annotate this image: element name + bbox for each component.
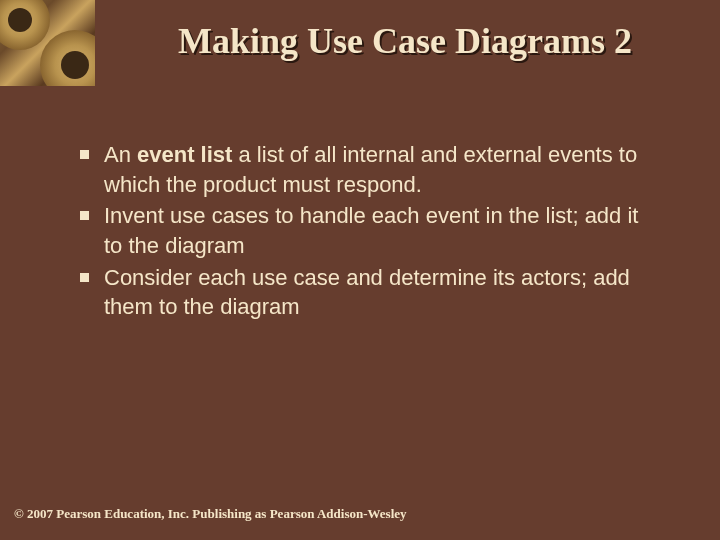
gear-icon bbox=[0, 0, 50, 50]
slide-content: An event list a list of all internal and… bbox=[80, 140, 660, 324]
slide-title: Making Use Case Diagrams 2 bbox=[110, 20, 700, 62]
corner-decorative-image bbox=[0, 0, 95, 86]
bullet-text-rest: Invent use cases to handle each event in… bbox=[104, 203, 638, 258]
bullet-item: An event list a list of all internal and… bbox=[80, 140, 660, 199]
gear-icon bbox=[40, 30, 95, 86]
bullet-bold-term: event list bbox=[137, 142, 232, 167]
bullet-text-prefix: An bbox=[104, 142, 137, 167]
bullet-item: Consider each use case and determine its… bbox=[80, 263, 660, 322]
bullet-text-rest: Consider each use case and determine its… bbox=[104, 265, 630, 320]
copyright-footer: © 2007 Pearson Education, Inc. Publishin… bbox=[14, 506, 407, 522]
bullet-item: Invent use cases to handle each event in… bbox=[80, 201, 660, 260]
